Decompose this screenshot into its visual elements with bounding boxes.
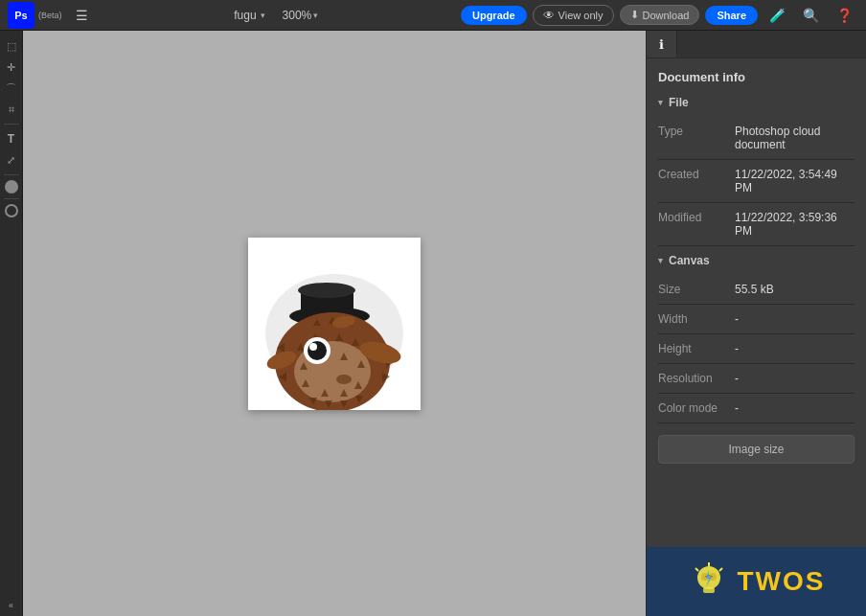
svg-line-43 xyxy=(719,568,722,571)
created-label: Created xyxy=(658,168,735,181)
modified-value: 11/22/2022, 3:59:36 PM xyxy=(735,211,855,238)
doc-name-area: fugu ▾ xyxy=(234,9,264,22)
height-value: - xyxy=(735,342,855,355)
file-section-header[interactable]: ▾ File xyxy=(658,96,855,109)
svg-point-34 xyxy=(308,341,327,360)
doc-info-panel: Document info ▾ File Type Photoshop clou… xyxy=(647,58,866,547)
view-only-button[interactable]: 👁 View only xyxy=(533,5,614,26)
file-chevron: ▾ xyxy=(658,98,663,107)
width-label: Width xyxy=(658,312,735,326)
flask-icon-button[interactable]: 🧪 xyxy=(763,4,791,27)
panel-title: Document info xyxy=(658,70,855,84)
size-label: Size xyxy=(658,283,735,296)
background-color[interactable] xyxy=(5,204,18,217)
height-row: Height - xyxy=(658,334,855,364)
resolution-row: Resolution - xyxy=(658,364,855,394)
share-button[interactable]: Share xyxy=(705,6,758,25)
twos-text: TWOS xyxy=(738,566,826,597)
lasso-tool-button[interactable]: ⌒ xyxy=(2,79,21,98)
upgrade-button[interactable]: Upgrade xyxy=(461,6,527,25)
topbar: Ps (Beta) ☰ fugu ▾ 300% ▾ Upgrade 👁 View… xyxy=(0,0,866,31)
pufferfish-svg xyxy=(248,238,421,410)
color-mode-row: Color mode - xyxy=(658,394,855,423)
width-row: Width - xyxy=(658,305,855,334)
zoom-area: 300% ▾ xyxy=(283,9,319,22)
modified-row: Modified 11/22/2022, 3:59:36 PM xyxy=(658,203,855,246)
modified-label: Modified xyxy=(658,211,735,224)
file-section-label: File xyxy=(669,96,689,109)
left-toolbar: ⬚ ✛ ⌒ ⌗ T ⤢ « xyxy=(0,31,23,616)
width-value: - xyxy=(735,312,855,326)
height-label: Height xyxy=(658,342,735,355)
doc-name-chevron[interactable]: ▾ xyxy=(261,11,265,20)
type-row: Type Photoshop cloud document xyxy=(658,117,855,160)
svg-point-4 xyxy=(298,283,355,298)
created-value: 11/22/2022, 3:54:49 PM xyxy=(735,168,855,194)
main-area: ⬚ ✛ ⌒ ⌗ T ⤢ « xyxy=(0,31,866,616)
crop-tool-button[interactable]: ⌗ xyxy=(2,100,21,119)
canvas-section-label: Canvas xyxy=(669,254,710,267)
svg-line-44 xyxy=(695,568,698,571)
zoom-value: 300% xyxy=(283,9,312,22)
zoom-chevron[interactable]: ▾ xyxy=(313,11,318,20)
svg-point-35 xyxy=(309,343,317,351)
text-tool-button[interactable]: T xyxy=(2,129,21,148)
color-mode-value: - xyxy=(735,401,855,415)
foreground-color[interactable] xyxy=(5,180,18,194)
beta-badge: (Beta) xyxy=(38,11,62,20)
created-row: Created 11/22/2022, 3:54:49 PM xyxy=(658,160,855,203)
twos-logo xyxy=(688,560,730,603)
svg-rect-41 xyxy=(703,587,715,593)
collapse-toolbar-button[interactable]: « xyxy=(9,601,13,610)
transform-tool-button[interactable]: ⤢ xyxy=(2,150,21,170)
canvas-chevron: ▾ xyxy=(658,256,663,265)
help-button[interactable]: ❓ xyxy=(831,4,858,27)
resolution-label: Resolution xyxy=(658,372,735,385)
color-mode-label: Color mode xyxy=(658,401,735,415)
marquee-tool-button[interactable]: ⬚ xyxy=(2,36,21,56)
move-tool-button[interactable]: ✛ xyxy=(2,57,21,77)
resolution-value: - xyxy=(735,372,855,385)
tool-separator-2 xyxy=(4,174,19,175)
twos-banner[interactable]: TWOS xyxy=(647,547,866,616)
download-button[interactable]: ⬇ Download xyxy=(620,5,700,25)
panel-tabs: ℹ xyxy=(647,31,866,58)
size-row: Size 55.5 kB xyxy=(658,275,855,305)
canvas-area xyxy=(23,31,646,616)
download-icon: ⬇ xyxy=(630,9,639,21)
search-button[interactable]: 🔍 xyxy=(797,4,825,27)
type-value: Photoshop cloud document xyxy=(735,125,855,151)
type-label: Type xyxy=(658,125,735,138)
doc-name: fugu xyxy=(234,9,256,22)
right-panel: ℹ Document info ▾ File Type Photoshop cl… xyxy=(646,31,866,616)
tool-separator-3 xyxy=(4,198,19,199)
info-tab[interactable]: ℹ xyxy=(647,31,677,57)
eye-icon: 👁 xyxy=(543,9,555,22)
canvas-image xyxy=(248,238,421,410)
svg-point-39 xyxy=(336,375,352,384)
canvas-section-header[interactable]: ▾ Canvas xyxy=(658,254,855,267)
ps-logo: Ps xyxy=(8,2,34,29)
hamburger-button[interactable]: ☰ xyxy=(72,4,92,27)
image-size-button[interactable]: Image size xyxy=(658,435,855,464)
tool-separator-1 xyxy=(4,124,19,125)
size-value: 55.5 kB xyxy=(735,283,855,296)
